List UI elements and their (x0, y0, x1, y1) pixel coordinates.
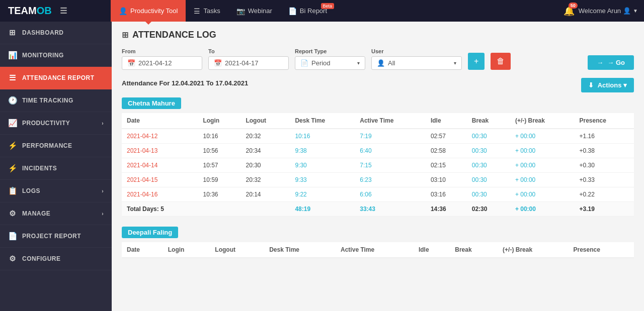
table-header-row: Date Login Logout Desk Time Active Time … (122, 113, 634, 129)
doc-icon: 📄 (300, 59, 308, 67)
table-row: 2021-04-12 10:16 20:32 10:16 7:19 02:57 … (122, 129, 634, 144)
table-header-row-deepali: Date Login Logout Desk Time Active Time … (122, 242, 634, 258)
cell-plus-break: + 00:00 (510, 158, 575, 173)
report-type-select[interactable]: 📄 Period ▾ (295, 56, 365, 70)
cell-presence: +0.33 (574, 173, 634, 187)
cell-logout: 20:32 (240, 129, 290, 144)
arrow-right-icon: → (597, 59, 603, 66)
sidebar-item-dashboard[interactable]: ⊞ DASHBOARD (0, 22, 112, 44)
cell-active-time: 6:40 (355, 144, 426, 158)
user-select[interactable]: 👤 All ▾ (371, 56, 462, 70)
user-icon: 👤 (623, 7, 631, 15)
sidebar-item-configure[interactable]: ⚙ CONFIGURE (0, 248, 112, 270)
page-title-text: ATTENDANCE LOG (132, 30, 216, 40)
sidebar-item-monitoring[interactable]: 📊 MONITORING (0, 44, 112, 67)
total-desk-time: 48:19 (290, 202, 355, 217)
col-presence-d: Presence (569, 242, 634, 258)
projectreport-icon: 📄 (8, 232, 17, 241)
cell-idle: 02:58 (426, 144, 467, 158)
to-date-input[interactable]: 📅 2021-04-17 (208, 56, 289, 70)
go-button[interactable]: → → Go (588, 55, 634, 70)
cell-desk-time: 9:30 (290, 158, 355, 173)
col-desk-time: Desk Time (290, 113, 355, 129)
sidebar-label-timetracking: TIME TRACKING (22, 97, 73, 104)
chevron-down-icon: ▼ (633, 8, 638, 14)
nav-label-tasks: Tasks (203, 7, 220, 15)
cell-login: 10:57 (198, 158, 240, 173)
user-filter-icon: 👤 (377, 59, 385, 67)
cell-desk-time: 9:38 (290, 144, 355, 158)
sidebar-item-timetracking[interactable]: 🕐 TIME TRACKING (0, 89, 112, 112)
sidebar-item-logs[interactable]: 📋 LOGS › (0, 180, 112, 202)
logs-icon: 📋 (8, 186, 17, 195)
sidebar-item-manage[interactable]: ⚙ MANAGE › (0, 202, 112, 225)
calendar-icon-to: 📅 (214, 59, 222, 67)
nav-label-productivity: Productivity Tool (130, 7, 178, 15)
cell-active-time: 6:06 (355, 187, 426, 202)
add-button[interactable]: + (468, 53, 485, 70)
grid-icon: ⊞ (122, 30, 128, 40)
col-idle: Idle (426, 113, 467, 129)
cell-break: 00:30 (467, 187, 510, 202)
cell-idle: 02:15 (426, 158, 467, 173)
cell-active-time: 7:15 (355, 158, 426, 173)
cell-break: 00:30 (467, 144, 510, 158)
user-badge-deepali: Deepali Faling (122, 227, 178, 238)
table-row: 2021-04-15 10:59 20:32 9:33 6:23 03:10 0… (122, 173, 634, 187)
cell-active-time: 6:23 (355, 173, 426, 187)
logo-ob: OB (37, 5, 52, 17)
main-layout: ⊞ DASHBOARD 📊 MONITORING ☰ ATTENDANCE RE… (0, 22, 644, 311)
dashboard-icon: ⊞ (8, 28, 17, 37)
col-active-time-d: Active Time (336, 242, 414, 258)
performance-icon: ⚡ (8, 141, 17, 150)
total-empty2 (240, 202, 290, 217)
sidebar-item-performance[interactable]: ⚡ PERFORMANCE (0, 135, 112, 157)
cell-idle: 02:57 (426, 129, 467, 144)
delete-button[interactable]: 🗑 (491, 53, 511, 70)
attendance-info: Attendance For 12.04.2021 To 17.04.2021 (122, 79, 248, 87)
notification-button[interactable]: 🔔 50 (564, 6, 575, 17)
cell-active-time: 7:19 (355, 129, 426, 144)
welcome-user[interactable]: Welcome Arun 👤 ▼ (579, 7, 638, 15)
sidebar: ⊞ DASHBOARD 📊 MONITORING ☰ ATTENDANCE RE… (0, 22, 112, 311)
cell-date[interactable]: 2021-04-14 (122, 158, 198, 173)
sidebar-item-incidents[interactable]: ⚡ INCIDENTS (0, 157, 112, 180)
nav-label-webinar: Webinar (248, 7, 272, 15)
nav-item-productivity[interactable]: 👤 Productivity Tool (111, 0, 186, 22)
incidents-icon: ⚡ (8, 164, 17, 173)
cell-presence: +1.16 (574, 129, 634, 144)
cell-date[interactable]: 2021-04-12 (122, 129, 198, 144)
cell-date[interactable]: 2021-04-13 (122, 144, 198, 158)
cell-date[interactable]: 2021-04-16 (122, 187, 198, 202)
from-date-input[interactable]: 📅 2021-04-12 (122, 56, 202, 70)
sidebar-item-attendance[interactable]: ☰ ATTENDANCE REPORT (0, 67, 112, 89)
sidebar-item-productivity[interactable]: 📈 PRODUCTIVITY › (0, 112, 112, 135)
nav-item-bireport[interactable]: 📄 Bi Report Beta (280, 0, 335, 22)
col-login: Login (198, 113, 240, 129)
col-plus-break: (+/-) Break (510, 113, 575, 129)
actions-label: Actions ▾ (598, 81, 627, 89)
hamburger-icon[interactable]: ☰ (60, 6, 67, 16)
content: ⊞ ATTENDANCE LOG From 📅 2021-04-12 To 📅 … (112, 22, 644, 311)
calendar-icon-from: 📅 (127, 59, 135, 67)
cell-break: 00:30 (467, 173, 510, 187)
nav-item-tasks[interactable]: ☰ Tasks (186, 0, 228, 22)
sidebar-label-logs: LOGS (22, 187, 40, 194)
cell-login: 10:36 (198, 187, 240, 202)
cell-plus-break: + 00:00 (510, 173, 575, 187)
report-type-value: Period (311, 59, 331, 67)
actions-button[interactable]: ⬇ Actions ▾ (581, 78, 634, 92)
cell-login: 10:59 (198, 173, 240, 187)
cell-presence: +0.38 (574, 144, 634, 158)
user-section-deepali: Deepali Faling Date Login Logout Desk Ti… (122, 227, 634, 258)
cell-desk-time: 9:33 (290, 173, 355, 187)
cell-presence: +0.22 (574, 187, 634, 202)
cell-plus-break: + 00:00 (510, 129, 575, 144)
report-type-filter-group: Report Type 📄 Period ▾ (295, 48, 365, 70)
sidebar-item-projectreport[interactable]: 📄 PROJECT REPORT (0, 225, 112, 248)
sidebar-label-configure: CONFIGURE (22, 255, 61, 262)
webinar-icon: 📷 (236, 7, 245, 15)
cell-plus-break: + 00:00 (510, 187, 575, 202)
cell-date[interactable]: 2021-04-15 (122, 173, 198, 187)
nav-item-webinar[interactable]: 📷 Webinar (228, 0, 280, 22)
